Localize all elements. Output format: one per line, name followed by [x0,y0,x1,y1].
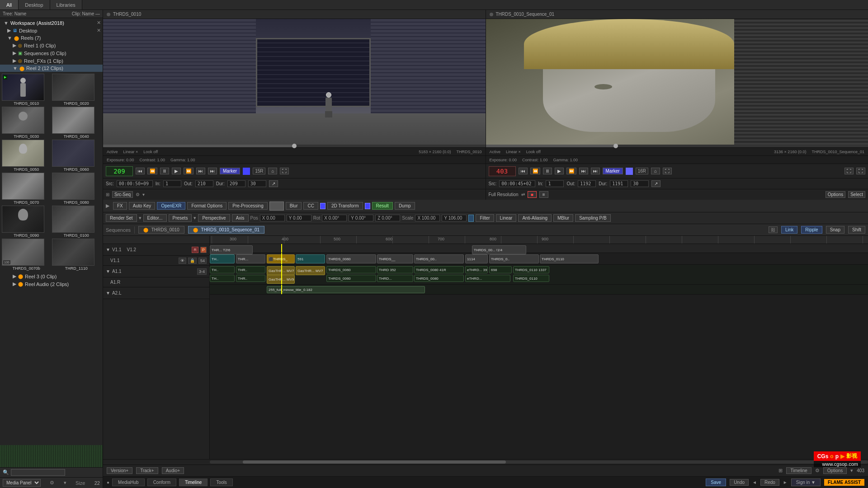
tree-reel2[interactable]: ▼ ⬤ Reel 2 (12 Clips) [0,65,103,72]
thumb-THRDS-0060[interactable]: THRDS_0060 [52,140,101,172]
thumb-THRDS-0070[interactable]: THRDS_0070 [2,173,51,205]
link-btn[interactable]: Link [781,226,797,234]
thumb-THRDS-0040[interactable]: THRDS_0040 [52,107,101,139]
clip-thrds-selected[interactable]: ⬛THRDS_ [267,254,295,263]
viewer-right-pause[interactable]: ⏸ [543,168,552,174]
viewer-left-canvas[interactable] [103,19,486,145]
link-icon[interactable]: ⛓ [769,226,778,233]
viewer-left-play[interactable]: ▶ [172,168,181,174]
y-pos-field[interactable] [287,215,311,221]
viewer-left-marker[interactable]: Marker [220,168,240,174]
v11-eye-btn[interactable]: 👁 [179,258,186,264]
viewer-right-src-tc[interactable] [499,180,535,187]
viewer-right-goto-start[interactable]: ⏮ [519,168,528,174]
anti-alias-btn[interactable]: Anti-Aliasing [518,214,552,222]
viewer-right-fullscreen2[interactable]: ⛶ [844,168,854,174]
tree-reel-fxs[interactable]: ▶ ◎ Reel_FXs (1 Clip) [0,57,103,65]
undo-btn[interactable]: Undo [730,479,749,486]
viewer-right-goto-end[interactable]: ⏭ [591,168,600,174]
v1-arrow-icon[interactable]: ▼ [106,247,110,252]
viewer-left-fullscreen-btn[interactable]: ⛶ [280,168,289,174]
viewer-right-play[interactable]: ▶ [555,168,564,174]
clip-1114[interactable]: 1114 [465,254,488,263]
viewer-right-fps-field[interactable] [631,180,649,187]
tree-sequences[interactable]: ▶ ▣ Sequences (0 Clip) [0,49,103,57]
z-rot-field[interactable] [375,215,400,221]
redo-btn[interactable]: Redo [760,479,779,486]
blur-button[interactable]: Blur [286,202,302,210]
audio-plus-btn[interactable]: Audio+ [162,467,184,474]
thumb-THRDS-0100[interactable]: THRDS_0100 [52,206,101,238]
expand-icon[interactable]: ▶ [106,203,109,209]
timeline-btn[interactable]: Timeline [786,467,811,474]
clip-thrds-v11-5[interactable]: THRDS__ [377,254,413,263]
seq-tab-1[interactable]: ⬤ THRDS_0010 [138,226,184,234]
clip-ethrd-a1r[interactable]: eTHRD... [465,275,510,282]
thumb-THRD-1110[interactable]: THRD_1110 [52,239,101,271]
viewer-right-mode-btn[interactable]: ⛶ [856,168,865,174]
clip-thr-a1r-1[interactable]: TH.. [210,275,235,282]
clip-thrds0080-a11[interactable]: THRDS_0080 41R [414,266,464,273]
v1-rec-btn[interactable]: R [192,247,198,253]
cc-button[interactable]: CC [303,202,318,210]
viewer-left-next-frame[interactable]: ⏭ [196,168,205,174]
seq-tab-2[interactable]: ⬤ THRDS_0010_Sequence_01 [188,226,264,234]
clip-thr-a11-1[interactable]: TH.. [210,266,235,273]
viewer-right-marker[interactable]: Marker [603,168,623,174]
lock-icon[interactable] [468,215,474,222]
clip-255-full[interactable]: 255_full_minow_title_0.182 [267,286,425,293]
tree-desktop[interactable]: ▶ 🖥 Desktop ✕ [0,27,103,34]
clip-thrds0080-a1r[interactable]: THRDS_0080 [414,275,464,282]
viewer-right-fps[interactable]: 16R [636,168,648,174]
presets-btn[interactable]: Presets [169,214,192,222]
clip-ethrd-a11[interactable]: eTHRD... 397 [465,266,488,273]
timeline-scrollbar[interactable] [103,459,868,465]
x-rot-field[interactable] [322,215,347,221]
viewer-left-src-tc[interactable] [117,180,153,187]
thumb-THRDS-0070b[interactable]: 100 THRDS_0070b [2,239,51,271]
x-pos-field[interactable] [260,215,285,221]
thumb-THRDS-0050[interactable]: THRDS_0050 [2,140,51,172]
format-options-button[interactable]: Format Options [187,202,226,210]
viewer-left-in[interactable] [163,180,181,187]
clip-thrds0110-a1r[interactable]: THRDS_0110 [513,275,549,282]
clip-thrds0110-a11[interactable]: THRDS_0110 1337 [513,266,549,273]
perspective-btn[interactable]: Perspective [198,214,230,222]
a11-34-btn[interactable]: 3-4 [197,268,207,275]
tree-reels[interactable]: ▼ ⬤ Reels (7) [0,34,103,42]
viewer-left-pause[interactable]: ⏸ [160,168,169,174]
clip-thrds-0110-v11[interactable]: THRDS_0110 [540,254,599,263]
sampling-btn[interactable]: Sampling P/B [575,214,611,222]
pre-processing-button[interactable]: Pre-Processing [228,202,267,210]
viewer-right-play-fwd[interactable]: ⏩ [566,168,576,174]
src-seq-btn[interactable]: Src-Seq [112,191,133,198]
clip-thrd-a1r[interactable]: THRD... [377,275,413,282]
thumb-THRDS-0080[interactable]: THRDS_0080 [52,173,101,205]
filter-btn[interactable]: Filter [476,214,494,222]
viewer-right-prev-frame[interactable]: ⏪ [530,168,540,174]
y-rot-field[interactable] [349,215,373,221]
viewer-left-fps-field[interactable] [248,180,266,187]
viewer-left-home-btn[interactable]: ⌂ [268,168,277,174]
arrow-down-icon-tr[interactable]: ▾ [139,215,142,221]
v11-54-btn[interactable]: 54 [198,258,207,264]
viewer-left-dur[interactable] [227,180,245,187]
v11-lock-btn[interactable]: 🔒 [188,258,197,264]
arrow-down-icon-tl[interactable]: ▾ [850,468,853,474]
thumb-THRDS-0010[interactable]: ▶ THRDS_0010 [2,74,51,106]
save-btn[interactable]: Save [706,479,726,486]
ripple-btn[interactable]: Ripple [801,226,822,234]
a11-arrow-icon[interactable]: ▼ [106,269,110,274]
open-exr-button[interactable]: OpenEXR [157,202,185,210]
viewer-right-color-btn[interactable]: ■ [528,191,537,198]
timeline-tab[interactable]: Timeline [179,479,208,486]
thumb-THRDS-0030[interactable]: THRDS_0030 [2,107,51,139]
tab-all[interactable]: All [0,0,19,9]
viewer-left-trim[interactable]: ↗ [269,180,278,187]
auto-key-button[interactable]: Auto Key [129,202,156,210]
x-scale-field[interactable] [415,215,440,221]
clip-591[interactable]: 591 [296,254,325,263]
arrow-down-icon-pr[interactable]: ▾ [193,215,196,221]
viewer-left-out[interactable] [195,180,213,187]
clip-thr-v11-2[interactable]: THR... [236,254,265,263]
